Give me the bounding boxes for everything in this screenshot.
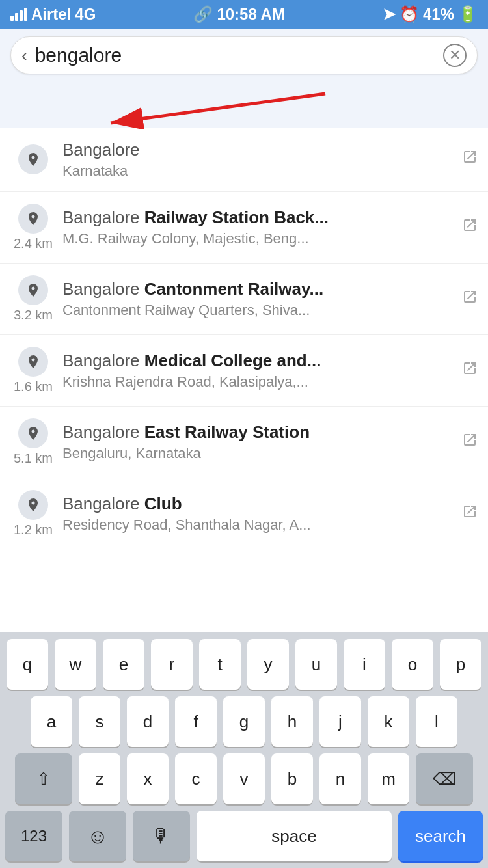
key-b[interactable]: b xyxy=(271,753,313,804)
result-subtitle: Residency Road, Shanthala Nagar, A... xyxy=(62,517,455,534)
emoji-key[interactable]: ☺ xyxy=(69,811,126,861)
key-z[interactable]: z xyxy=(79,753,120,804)
result-title-bold: Cantonment Railway... xyxy=(144,279,323,299)
link-icon: 🔗 xyxy=(193,5,213,23)
key-k[interactable]: k xyxy=(368,696,409,747)
status-right: ➤ ⏰ 41% 🔋 xyxy=(383,5,478,23)
key-c[interactable]: c xyxy=(175,753,217,804)
key-m[interactable]: m xyxy=(368,753,409,804)
result-title: Bangalore East Railway Station xyxy=(62,422,455,444)
signal-bars-icon xyxy=(10,8,27,21)
result-title-plain: Bangalore xyxy=(62,279,144,299)
pin-container: 2.4 km xyxy=(10,204,56,251)
pin-container: 1.6 km xyxy=(10,347,56,394)
status-bar: Airtel 4G 🔗 10:58 AM ➤ ⏰ 41% 🔋 xyxy=(0,0,488,29)
search-container: ‹ bengalore ✕ xyxy=(0,29,488,82)
results-list: BangaloreKarnataka 2.4 kmBangalore Railw… xyxy=(0,128,488,549)
result-title-plain: Bangalore xyxy=(62,494,144,513)
key-y[interactable]: y xyxy=(247,639,289,690)
result-subtitle: Cantonment Railway Quarters, Shiva... xyxy=(62,302,455,319)
location-pin-icon xyxy=(18,418,48,448)
location-icon: ➤ xyxy=(383,5,396,23)
location-pin-icon xyxy=(18,347,48,377)
time-label: 10:58 AM xyxy=(217,5,284,23)
result-subtitle: M.G. Railway Colony, Majestic, Beng... xyxy=(62,230,455,247)
keyboard-row-1: qwertyuiop xyxy=(3,639,485,690)
key-t[interactable]: t xyxy=(199,639,241,690)
result-text-container: Bangalore Medical College and...Krishna … xyxy=(56,350,462,390)
num-key[interactable]: 123 xyxy=(5,811,62,861)
distance-label: 1.6 km xyxy=(14,379,53,394)
annotation-arrow-icon xyxy=(104,87,332,129)
key-a[interactable]: a xyxy=(31,696,72,747)
keyboard-row-2: asdfghjkl xyxy=(3,696,485,747)
mic-key[interactable]: 🎙 xyxy=(133,811,190,861)
result-item[interactable]: 5.1 kmBangalore East Railway StationBeng… xyxy=(0,407,488,478)
key-r[interactable]: r xyxy=(151,639,193,690)
result-subtitle: Karnataka xyxy=(62,163,455,180)
pin-container: 1.2 km xyxy=(10,490,56,537)
search-key[interactable]: search xyxy=(398,811,483,861)
pin-container: 3.2 km xyxy=(10,275,56,323)
key-w[interactable]: w xyxy=(55,639,96,690)
key-l[interactable]: l xyxy=(416,696,457,747)
distance-label: 1.2 km xyxy=(14,522,53,537)
location-pin-icon xyxy=(18,144,48,174)
network-label: 4G xyxy=(75,5,96,23)
status-center: 🔗 10:58 AM xyxy=(193,5,284,23)
result-item[interactable]: 1.6 kmBangalore Medical College and...Kr… xyxy=(0,335,488,407)
result-title-bold: Club xyxy=(144,494,182,513)
key-n[interactable]: n xyxy=(319,753,361,804)
keyboard-row-3: ⇧ zxcvbnm⌫ xyxy=(3,753,485,804)
key-d[interactable]: d xyxy=(127,696,169,747)
alarm-icon: ⏰ xyxy=(400,5,419,23)
location-pin-icon xyxy=(18,204,48,234)
result-title-plain: Bangalore xyxy=(62,422,144,442)
space-key[interactable]: space xyxy=(197,811,392,861)
result-title: Bangalore Railway Station Back... xyxy=(62,207,455,229)
result-navigate-icon xyxy=(462,504,478,524)
carrier-label: Airtel xyxy=(31,5,71,23)
key-i[interactable]: i xyxy=(344,639,385,690)
key-x[interactable]: x xyxy=(127,753,169,804)
result-title-bold: East Railway Station xyxy=(144,422,310,442)
result-item[interactable]: 3.2 kmBangalore Cantonment Railway...Can… xyxy=(0,264,488,335)
key-h[interactable]: h xyxy=(271,696,313,747)
key-u[interactable]: u xyxy=(295,639,337,690)
key-f[interactable]: f xyxy=(175,696,217,747)
key-o[interactable]: o xyxy=(392,639,433,690)
search-bar: ‹ bengalore ✕ xyxy=(10,36,478,74)
result-navigate-icon xyxy=(462,217,478,237)
delete-key[interactable]: ⌫ xyxy=(416,753,473,804)
battery-icon: 🔋 xyxy=(458,5,478,23)
clear-button[interactable]: ✕ xyxy=(443,44,467,67)
keyboard-bottom-row: 123 ☺ 🎙 space search xyxy=(3,811,485,861)
result-item[interactable]: BangaloreKarnataka xyxy=(0,128,488,192)
status-left: Airtel 4G xyxy=(10,5,96,23)
distance-label: 2.4 km xyxy=(14,236,53,251)
result-title: Bangalore Club xyxy=(62,493,455,515)
location-pin-icon xyxy=(18,490,48,520)
search-input[interactable]: bengalore xyxy=(35,44,435,66)
result-navigate-icon xyxy=(462,149,478,169)
result-navigate-icon xyxy=(462,432,478,452)
result-item[interactable]: 2.4 kmBangalore Railway Station Back...M… xyxy=(0,192,488,264)
key-p[interactable]: p xyxy=(440,639,481,690)
key-v[interactable]: v xyxy=(223,753,265,804)
key-s[interactable]: s xyxy=(79,696,120,747)
result-title: Bangalore xyxy=(62,139,455,161)
result-subtitle: Bengaluru, Karnataka xyxy=(62,445,455,462)
keyboard: qwertyuiop asdfghjkl ⇧ zxcvbnm⌫ 123 ☺ 🎙 … xyxy=(0,632,488,868)
result-item[interactable]: 1.2 kmBangalore ClubResidency Road, Shan… xyxy=(0,478,488,549)
result-text-container: Bangalore Railway Station Back...M.G. Ra… xyxy=(56,207,462,247)
key-e[interactable]: e xyxy=(103,639,144,690)
location-pin-icon xyxy=(18,275,48,305)
annotation-arrow-container xyxy=(0,82,488,128)
key-j[interactable]: j xyxy=(319,696,361,747)
key-q[interactable]: q xyxy=(7,639,48,690)
back-button[interactable]: ‹ xyxy=(21,46,27,66)
pin-container xyxy=(10,144,56,174)
result-text-container: Bangalore Cantonment Railway...Cantonmen… xyxy=(56,278,462,319)
key-g[interactable]: g xyxy=(223,696,265,747)
shift-key[interactable]: ⇧ xyxy=(15,753,72,804)
